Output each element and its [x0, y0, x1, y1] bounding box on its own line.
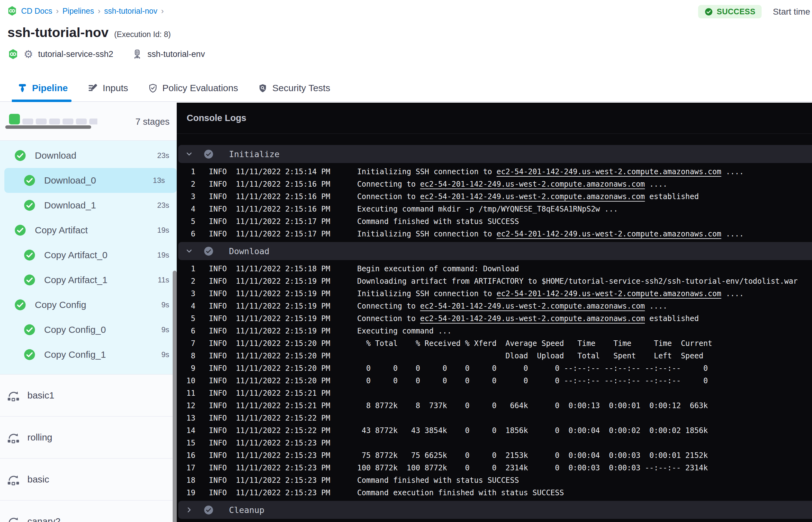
service-name[interactable]: tutorial-service-ssh2 [38, 49, 113, 59]
log-timestamp: 11/11/2022 2:15:21 PM [236, 389, 330, 398]
minimap-stage-square[interactable] [36, 119, 47, 124]
pipeline-label: canary2 [27, 516, 61, 522]
log-line: 19INFO11/11/2022 2:15:23 PMCommand execu… [177, 486, 812, 499]
pipeline-item-canary2[interactable]: canary2 [0, 500, 177, 522]
chevron-down-icon[interactable] [185, 247, 193, 255]
stage-item-copy-artifact_0[interactable]: Copy Artifact_019s [0, 243, 177, 267]
log-line-number: 16 [186, 451, 196, 460]
log-lines: 1INFO11/11/2022 2:15:18 PMBegin executio… [177, 263, 812, 499]
host-link[interactable]: ec2-54-201-142-249.us-west-2.compute.ama… [420, 314, 645, 323]
tab-inputs[interactable]: Inputs [88, 75, 128, 101]
log-line: 3INFO11/11/2022 2:15:16 PMConnection to … [177, 190, 812, 203]
tab-security-tests[interactable]: Security Tests [258, 75, 330, 101]
log-level: INFO [209, 229, 227, 238]
start-time-label[interactable]: Start time [773, 7, 810, 17]
log-level: INFO [209, 277, 227, 286]
log-message: Executing command mkdir -p /tmp/WYQNESE_… [357, 205, 618, 214]
tab-label: Inputs [103, 83, 128, 93]
pipeline-item-basic1[interactable]: basic1 [0, 374, 177, 416]
harness-cd-icon [7, 48, 19, 60]
host-link[interactable]: ec2-54-201-142-249.us-west-2.compute.ama… [496, 167, 721, 176]
log-line-number: 2 [186, 180, 196, 188]
log-line: 8INFO11/11/2022 2:15:20 PM Dload Upload … [177, 350, 812, 362]
sidebar-scrollbar[interactable] [172, 270, 177, 522]
section-title: Download [229, 246, 269, 256]
log-message: Connecting to ec2-54-201-142-249.us-west… [357, 180, 667, 188]
log-line-number: 2 [186, 277, 196, 286]
stage-item-copy-config[interactable]: Copy Config9s [0, 293, 177, 317]
stage-item-download_1[interactable]: Download_123s [0, 193, 177, 218]
status-badge-label: SUCCESS [717, 7, 755, 16]
breadcrumb-link[interactable]: ssh-tutorial-nov [104, 6, 158, 16]
minimap-stage-square[interactable] [89, 119, 97, 124]
log-level: INFO [209, 339, 227, 348]
pipeline-item-basic[interactable]: basic [0, 458, 177, 500]
breadcrumb-separator-icon: › [161, 6, 164, 16]
log-line-number: 15 [186, 439, 196, 447]
page-header: CD Docs›Pipelines›ssh-tutorial-nov› SUCC… [0, 0, 812, 103]
log-timestamp: 11/11/2022 2:15:19 PM [236, 302, 330, 310]
breadcrumb: CD Docs›Pipelines›ssh-tutorial-nov› [7, 4, 164, 17]
log-level: INFO [209, 327, 227, 335]
log-timestamp: 11/11/2022 2:15:19 PM [236, 289, 330, 298]
stage-minimap-squares[interactable] [9, 114, 97, 124]
log-line-number: 17 [186, 463, 196, 472]
pipeline-item-rolling[interactable]: rolling [0, 416, 177, 458]
minimap-stage-square[interactable] [49, 119, 60, 124]
console-title: Console Logs [187, 113, 246, 123]
log-timestamp: 11/11/2022 2:15:23 PM [236, 488, 330, 497]
execution-id: (Execution Id: 8) [114, 30, 171, 39]
host-link[interactable]: ec2-54-201-142-249.us-west-2.compute.ama… [420, 180, 645, 188]
stage-item-download[interactable]: Download23s [0, 143, 177, 168]
host-link[interactable]: ec2-54-201-142-249.us-west-2.compute.ama… [496, 289, 721, 298]
log-section-header-initialize[interactable]: Initialize [178, 145, 812, 163]
log-line: 6INFO11/11/2022 2:15:19 PMExecuting comm… [177, 325, 812, 337]
stage-item-copy-config_0[interactable]: Copy Config_09s [0, 317, 177, 342]
minimap-stage-square[interactable] [63, 119, 74, 124]
pipeline-label: basic [27, 474, 49, 485]
minimap-stage-square[interactable] [9, 114, 20, 124]
host-link[interactable]: ec2-54-201-142-249.us-west-2.compute.ama… [420, 192, 645, 201]
log-timestamp: 11/11/2022 2:15:23 PM [236, 463, 330, 472]
stage-item-download_0[interactable]: Download_013s [4, 168, 177, 193]
environment-name[interactable]: ssh-tutorial-env [147, 49, 205, 59]
log-line: 6INFO11/11/2022 2:15:17 PMInitializing S… [177, 228, 812, 240]
host-link[interactable]: ec2-54-201-142-249.us-west-2.compute.ama… [496, 229, 721, 238]
tab-pipeline[interactable]: Pipeline [17, 75, 68, 101]
log-level: INFO [209, 302, 227, 310]
breadcrumb-link[interactable]: Pipelines [63, 6, 94, 16]
stage-item-copy-artifact[interactable]: Copy Artifact19s [0, 218, 177, 243]
log-line: 4INFO11/11/2022 2:15:19 PMConnecting to … [177, 300, 812, 312]
log-line: 3INFO11/11/2022 2:15:19 PMInitializing S… [177, 287, 812, 300]
log-section-header-download[interactable]: Download [178, 242, 812, 260]
stage-item-copy-artifact_1[interactable]: Copy Artifact_111s [0, 267, 177, 293]
chevron-right-icon[interactable] [185, 506, 193, 514]
pipeline-icon [17, 83, 27, 93]
log-line: 18INFO11/11/2022 2:15:23 PMCommand finis… [177, 474, 812, 486]
log-line-number: 3 [186, 289, 196, 298]
section-success-icon [204, 149, 214, 159]
minimap-stage-square[interactable] [22, 119, 33, 124]
minimap-stage-square[interactable] [76, 119, 87, 124]
log-timestamp: 11/11/2022 2:15:17 PM [236, 217, 330, 226]
log-section-header-cleanup[interactable]: Cleanup [178, 501, 812, 519]
log-level: INFO [209, 217, 227, 226]
log-line: 11INFO11/11/2022 2:15:21 PM [177, 387, 812, 399]
log-timestamp: 11/11/2022 2:15:18 PM [236, 264, 330, 273]
chevron-down-icon[interactable] [185, 150, 193, 158]
log-line-number: 1 [186, 167, 196, 176]
log-line-number: 4 [186, 302, 196, 310]
log-line: 16INFO11/11/2022 2:15:23 PM 75 8772k 75 … [177, 449, 812, 462]
minimap-scrollbar[interactable] [5, 125, 91, 129]
tab-policy-evaluations[interactable]: Policy Evaluations [148, 75, 238, 101]
log-level: INFO [209, 414, 227, 422]
section-success-icon [204, 505, 214, 515]
stage-duration: 9s [161, 301, 169, 309]
stage-label: Copy Artifact [35, 225, 88, 236]
stage-item-copy-config_1[interactable]: Copy Config_19s [0, 342, 177, 367]
stage-label: Download [35, 150, 76, 161]
host-link[interactable]: ec2-54-201-142-249.us-west-2.compute.ama… [420, 302, 645, 310]
breadcrumb-link[interactable]: CD Docs [21, 6, 52, 16]
log-message: Executing command ... [357, 327, 451, 335]
success-check-icon [24, 274, 36, 286]
